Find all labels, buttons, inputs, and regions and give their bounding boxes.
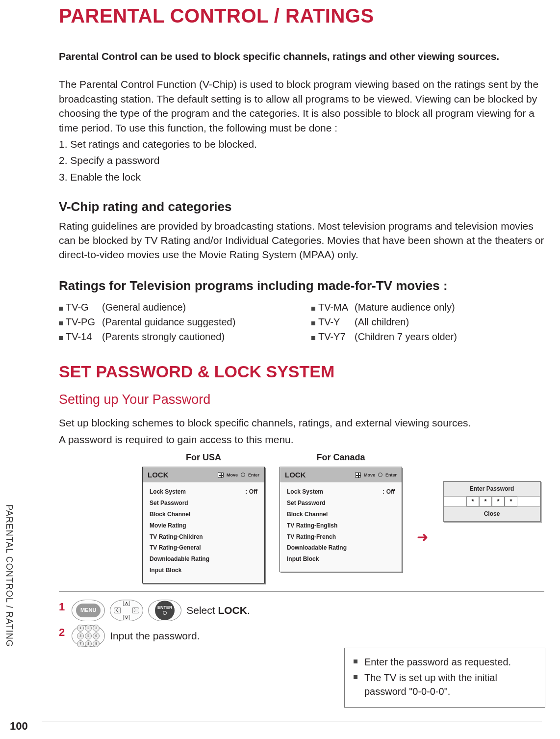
side-tab: PARENTAL CONTROL / RATING bbox=[0, 501, 18, 662]
bullet-icon bbox=[354, 660, 357, 663]
password-title: Enter Password bbox=[444, 482, 540, 497]
notes-box: Enter the password as requested. The TV … bbox=[344, 648, 545, 708]
menu-item[interactable]: Block Channel bbox=[287, 509, 395, 520]
enter-button[interactable]: ENTER bbox=[148, 600, 181, 621]
menu-item[interactable]: Downloadable Rating bbox=[287, 542, 395, 554]
note-text: The TV is set up with the initial passwo… bbox=[364, 671, 536, 698]
nav-button[interactable]: ∧ ∨ く 〉 bbox=[110, 600, 143, 621]
bullet-icon bbox=[59, 336, 63, 340]
step-number: 1 bbox=[59, 600, 65, 615]
note-text: Enter the password as requested. bbox=[364, 655, 511, 669]
lead-text: Parental Control can be used to block sp… bbox=[59, 49, 544, 63]
menu-item[interactable]: Set Password bbox=[150, 498, 257, 509]
setup-paragraph: Set up blocking schemes to block specifi… bbox=[59, 416, 544, 430]
menu-item[interactable]: Input Block bbox=[287, 554, 395, 565]
pw-cell: * bbox=[492, 497, 505, 506]
step-target: LOCK bbox=[218, 605, 247, 616]
menu-item[interactable]: Movie Rating bbox=[150, 520, 257, 531]
rating-item: TV-MA(Mature audience only) bbox=[311, 300, 544, 314]
menu-button[interactable]: MENU bbox=[72, 600, 105, 621]
bullet-icon bbox=[59, 321, 63, 325]
side-tab-label: PARENTAL CONTROL / RATING bbox=[0, 501, 18, 651]
rating-item: TV-Y7(Children 7 years older) bbox=[311, 330, 544, 343]
panel-header-label: LOCK bbox=[148, 470, 169, 480]
menu-item[interactable]: Downloadable Rating bbox=[150, 554, 257, 565]
menu-item[interactable]: Input Block bbox=[150, 565, 257, 576]
rating-item: TV-PG(Parental guidance suggested) bbox=[59, 315, 292, 329]
bullet-icon bbox=[59, 307, 63, 311]
left-icon: く bbox=[114, 607, 121, 613]
menu-item[interactable]: TV Rating-Children bbox=[150, 531, 257, 543]
vchip-paragraph: Rating guidelines are provided by broadc… bbox=[59, 219, 544, 262]
vchip-heading: V-Chip rating and categories bbox=[59, 198, 544, 215]
page-title: PARENTAL CONTROL / RATINGS bbox=[59, 0, 544, 29]
dot-icon bbox=[378, 473, 382, 477]
dot-icon bbox=[241, 473, 245, 477]
menu-item[interactable]: TV Rating-General bbox=[150, 542, 257, 554]
panel-usa: For USA LOCK Move Enter Lock System: Off… bbox=[142, 451, 265, 583]
menu-item[interactable]: Set Password bbox=[287, 498, 395, 509]
right-icon: 〉 bbox=[132, 607, 139, 613]
dpad-icon bbox=[218, 472, 224, 478]
menu-item[interactable]: TV Rating-French bbox=[287, 531, 395, 543]
rating-item: TV-Y(All children) bbox=[311, 315, 544, 329]
bullet-icon bbox=[311, 307, 315, 311]
step-number: 2 bbox=[59, 625, 65, 640]
panel-canada: For Canada LOCK Move Enter Lock System: … bbox=[280, 451, 402, 572]
panel-title: For Canada bbox=[280, 451, 402, 464]
set-password-heading: SET PASSWORD & LOCK SYSTEM bbox=[59, 360, 544, 384]
bullet-icon bbox=[311, 336, 315, 340]
step-item: 2. Specify a password bbox=[59, 153, 544, 167]
setting-up-heading: Setting up Your Password bbox=[59, 391, 544, 409]
page-number: 100 bbox=[10, 719, 28, 734]
down-icon: ∨ bbox=[123, 615, 130, 620]
rating-item: TV-G(General audience) bbox=[59, 300, 292, 314]
ring-icon bbox=[163, 611, 167, 615]
step-text: Select bbox=[186, 605, 218, 616]
panel-title: For USA bbox=[142, 451, 265, 464]
instruction-step: 2 123 456 789 Input the password. bbox=[59, 625, 544, 647]
pw-cell: * bbox=[479, 497, 492, 506]
step-item: 3. Enable the lock bbox=[59, 170, 544, 184]
password-dialog: Enter Password * * * * Close bbox=[443, 481, 541, 522]
intro-paragraph: The Parental Control Function (V-Chip) i… bbox=[59, 77, 544, 135]
rating-item: TV-14(Parents strongly cautioned) bbox=[59, 330, 292, 343]
arrow-right-icon: ➜ bbox=[417, 528, 428, 547]
step-item: 1. Set ratings and categories to be bloc… bbox=[59, 137, 544, 151]
panel-header-label: LOCK bbox=[285, 470, 306, 480]
menu-item[interactable]: TV Rating-English bbox=[287, 520, 395, 531]
menu-item[interactable]: Block Channel bbox=[150, 509, 257, 520]
menu-item[interactable]: Lock System: Off bbox=[150, 486, 257, 498]
step-text: Input the password. bbox=[110, 629, 200, 643]
pw-cell: * bbox=[505, 497, 517, 506]
close-button[interactable]: Close bbox=[444, 506, 540, 521]
up-icon: ∧ bbox=[123, 601, 130, 606]
pw-cell: * bbox=[466, 497, 479, 506]
keypad-button[interactable]: 123 456 789 bbox=[72, 625, 105, 647]
ratings-heading: Ratings for Television programs includin… bbox=[59, 277, 544, 294]
bullet-icon bbox=[311, 321, 315, 325]
instruction-step: 1 MENU ∧ ∨ く 〉 ENTER Select LOCK. bbox=[59, 600, 544, 621]
bullet-icon bbox=[354, 675, 357, 679]
setup-paragraph: A password is required to gain access to… bbox=[59, 432, 544, 447]
dpad-icon bbox=[355, 472, 361, 478]
menu-item[interactable]: Lock System: Off bbox=[287, 486, 395, 498]
